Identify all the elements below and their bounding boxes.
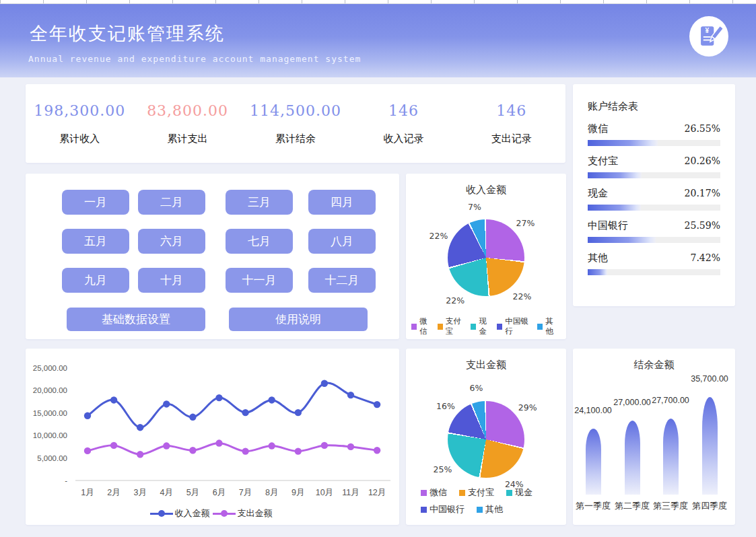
trend-line-chart: 25,000.0020,000.0015,000.0010,000.005,00… — [26, 349, 399, 525]
progress-track — [588, 205, 720, 211]
account-row: 支付宝20.26% — [588, 155, 720, 178]
account-balance-panel: 账户结余表 微信26.55%支付宝20.26%现金20.17%中国银行25.59… — [573, 84, 735, 306]
bar-第一季度 — [586, 429, 601, 495]
month-nav-panel: 一月二月三月四月五月六月七月八月九月十月十一月十二月基础数据设置使用说明 — [26, 174, 399, 339]
svg-text:7月: 7月 — [239, 488, 252, 497]
income-pie-card: 收入金额 27%22%22%22%7%微信支付宝现金中国银行其他 — [406, 174, 566, 339]
svg-text:2月: 2月 — [107, 488, 120, 497]
month-button-4[interactable]: 四月 — [308, 190, 376, 215]
month-button-11[interactable]: 十一月 — [226, 268, 293, 293]
line-legend-marker — [150, 510, 173, 517]
account-row: 其他7.42% — [588, 252, 720, 275]
settings-button[interactable]: 基础数据设置 — [67, 308, 205, 331]
account-panel-title: 账户结余表 — [588, 100, 720, 113]
month-button-2[interactable]: 二月 — [138, 190, 205, 215]
month-button-12[interactable]: 十二月 — [308, 268, 376, 293]
svg-text:11月: 11月 — [342, 488, 359, 497]
month-button-8[interactable]: 八月 — [308, 229, 376, 254]
stat-value: 83,800.00 — [133, 102, 241, 119]
line-legend-marker — [213, 510, 236, 517]
stat-value: 198,300.00 — [26, 102, 133, 119]
stat-cell-累计支出: 83,800.00累计支出 — [133, 102, 241, 145]
stat-cell-累计收入: 198,300.00累计收入 — [26, 102, 133, 145]
account-name: 微信 — [588, 122, 608, 135]
bar-第二季度 — [625, 421, 640, 495]
legend-item-其他: 其他 — [537, 316, 559, 336]
month-button-5[interactable]: 五月 — [62, 229, 129, 254]
pie-slice-label: 27% — [516, 218, 535, 228]
progress-fill — [588, 237, 656, 243]
legend-swatch — [537, 324, 543, 330]
account-name: 其他 — [588, 252, 608, 264]
svg-text:5月: 5月 — [186, 488, 199, 497]
legend-swatch — [459, 490, 465, 496]
legend-swatch — [471, 324, 476, 330]
pie-slice-label: 22% — [512, 291, 531, 301]
svg-text:25,000.00: 25,000.00 — [33, 364, 67, 372]
legend-item-支出金额: 支出金额 — [213, 507, 273, 520]
pie-slice-label: 29% — [518, 402, 537, 413]
pie-slice-label: 7% — [468, 201, 481, 211]
month-button-10[interactable]: 十月 — [138, 268, 205, 293]
legend-item-中国银行: 中国银行 — [421, 503, 465, 515]
ledger-pen-icon: ¥ — [689, 16, 728, 57]
account-name: 支付宝 — [588, 155, 618, 168]
stat-label: 累计收入 — [26, 133, 133, 145]
pie-expense_pie — [448, 401, 524, 478]
legend-item-微信: 微信 — [421, 487, 447, 499]
progress-fill — [588, 205, 641, 211]
progress-fill — [588, 140, 658, 146]
svg-text:3月: 3月 — [133, 488, 146, 497]
legend-swatch — [438, 324, 443, 330]
account-pct: 25.59% — [685, 220, 720, 231]
legend-item-其他: 其他 — [477, 503, 503, 515]
svg-text:4月: 4月 — [160, 488, 173, 497]
bar-category-label: 第三季度 — [653, 500, 688, 512]
svg-text:10月: 10月 — [316, 488, 333, 497]
stat-cell-累计结余: 114,500.00累计结余 — [242, 102, 349, 145]
svg-text:20,000.00: 20,000.00 — [33, 386, 67, 394]
bar-category-label: 第四季度 — [692, 500, 727, 512]
svg-text:¥: ¥ — [705, 27, 709, 34]
month-button-6[interactable]: 六月 — [138, 229, 205, 254]
account-pct: 7.42% — [691, 252, 720, 263]
legend-swatch — [411, 324, 417, 330]
progress-track — [588, 172, 720, 178]
legend-swatch — [506, 490, 512, 496]
quarter-bar-card: 结余金额 24,100.00第一季度27,000.00第二季度27,700.00… — [573, 349, 735, 525]
header: 全年收支记账管理系统 Annual revenue and expenditur… — [0, 4, 756, 77]
bar-value-label: 27,700.00 — [647, 396, 694, 406]
stat-label: 累计结余 — [242, 133, 349, 145]
stat-value: 114,500.00 — [242, 102, 349, 119]
expense-pie-card: 支出金额 29%24%25%16%6%微信支付宝现金中国银行其他 — [406, 349, 566, 525]
legend-item-收入金额: 收入金额 — [150, 507, 210, 520]
legend-item-微信: 微信 — [411, 316, 434, 336]
month-button-1[interactable]: 一月 — [62, 190, 129, 215]
svg-text:5,000.00: 5,000.00 — [37, 454, 67, 462]
svg-text:15,000.00: 15,000.00 — [33, 409, 67, 417]
account-row: 现金20.17% — [588, 187, 720, 211]
legend-item-现金: 现金 — [471, 316, 493, 336]
progress-track — [588, 269, 720, 275]
svg-text:8月: 8月 — [265, 488, 278, 497]
svg-text:9月: 9月 — [291, 488, 304, 497]
stat-label: 支出记录 — [458, 133, 565, 145]
month-button-3[interactable]: 三月 — [226, 190, 293, 215]
svg-text:10,000.00: 10,000.00 — [33, 431, 67, 439]
page-title: 全年收支记账管理系统 — [30, 22, 225, 46]
bar-第四季度 — [702, 397, 718, 495]
trend-line-card: 25,000.0020,000.0015,000.0010,000.005,00… — [26, 349, 399, 525]
legend-item-支付宝: 支付宝 — [459, 487, 494, 499]
pie-slice-label: 22% — [429, 230, 448, 240]
legend-swatch — [477, 507, 483, 513]
page-subtitle: Annual revenue and expenditure account m… — [28, 54, 361, 64]
legend-item-现金: 现金 — [506, 487, 532, 499]
help-button[interactable]: 使用说明 — [229, 308, 368, 331]
month-button-9[interactable]: 九月 — [62, 268, 129, 293]
summary-stats-panel: 198,300.00累计收入83,800.00累计支出114,500.00累计结… — [26, 84, 565, 163]
month-button-7[interactable]: 七月 — [226, 229, 293, 254]
legend-swatch — [421, 490, 427, 496]
legend-swatch — [421, 507, 427, 513]
account-row: 中国银行25.59% — [588, 219, 720, 243]
legend-item-中国银行: 中国银行 — [497, 316, 533, 336]
